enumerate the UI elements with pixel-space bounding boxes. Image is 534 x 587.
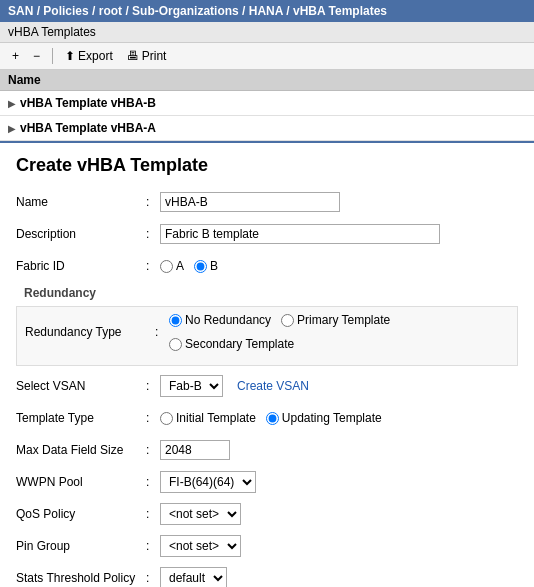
updating-template-option[interactable]: Updating Template: [266, 411, 382, 425]
stats-threshold-control: default: [160, 567, 518, 587]
max-data-input[interactable]: [160, 440, 230, 460]
no-redundancy-radio[interactable]: [169, 314, 182, 327]
qos-policy-label: QoS Policy: [16, 507, 146, 521]
pin-group-control: <not set>: [160, 535, 518, 557]
list-item-label: vHBA Template vHBA-B: [20, 96, 156, 110]
remove-button[interactable]: −: [29, 47, 44, 65]
fabric-a-radio[interactable]: [160, 260, 173, 273]
pin-group-label: Pin Group: [16, 539, 146, 553]
form-title: Create vHBA Template: [16, 155, 518, 176]
breadcrumb-current: vHBA Templates: [293, 4, 387, 18]
print-button[interactable]: 🖶 Print: [123, 47, 171, 65]
initial-template-radio[interactable]: [160, 412, 173, 425]
wwpn-pool-label: WWPN Pool: [16, 475, 146, 489]
wwpn-pool-select[interactable]: FI-B(64)(64): [160, 471, 256, 493]
pin-group-select[interactable]: <not set>: [160, 535, 241, 557]
max-data-row: Max Data Field Size :: [16, 438, 518, 462]
updating-template-radio[interactable]: [266, 412, 279, 425]
stats-threshold-select[interactable]: default: [160, 567, 227, 587]
description-row: Description :: [16, 222, 518, 246]
fabric-id-control: A B: [160, 259, 518, 273]
initial-template-option[interactable]: Initial Template: [160, 411, 256, 425]
fabric-b-radio[interactable]: [194, 260, 207, 273]
template-type-radio-group: Initial Template Updating Template: [160, 411, 518, 425]
export-icon: ⬆: [65, 49, 75, 63]
no-redundancy-option[interactable]: No Redundancy: [169, 313, 271, 327]
vsan-select[interactable]: Fab-B: [160, 375, 223, 397]
list-item[interactable]: ▶ vHBA Template vHBA-A: [0, 116, 534, 141]
fabric-a-option[interactable]: A: [160, 259, 184, 273]
name-input[interactable]: [160, 192, 340, 212]
select-vsan-label: Select VSAN: [16, 379, 146, 393]
breadcrumb-hana[interactable]: HANA: [249, 4, 283, 18]
description-input[interactable]: [160, 224, 440, 244]
list-header: Name: [0, 70, 534, 91]
toolbar-separator: [52, 48, 53, 64]
redundancy-type-label: Redundancy Type: [25, 325, 155, 339]
stats-threshold-row: Stats Threshold Policy : default: [16, 566, 518, 587]
qos-policy-row: QoS Policy : <not set>: [16, 502, 518, 526]
qos-policy-control: <not set>: [160, 503, 518, 525]
redundancy-section-label: Redundancy: [16, 286, 518, 300]
fabric-b-option[interactable]: B: [194, 259, 218, 273]
max-data-label: Max Data Field Size: [16, 443, 146, 457]
name-label: Name: [16, 195, 146, 209]
breadcrumb-sub-organizations[interactable]: Sub-Organizations: [132, 4, 239, 18]
page-title: vHBA Templates: [8, 25, 96, 39]
row-arrow-icon: ▶: [8, 123, 16, 134]
select-vsan-row: Select VSAN : Fab-B Create VSAN: [16, 374, 518, 398]
secondary-template-radio[interactable]: [169, 338, 182, 351]
breadcrumb-policies[interactable]: Policies: [43, 4, 88, 18]
breadcrumb-san[interactable]: SAN: [8, 4, 33, 18]
redundancy-section: Redundancy Type : No Redundancy Primary …: [16, 306, 518, 366]
wwpn-pool-control: FI-B(64)(64): [160, 471, 518, 493]
select-vsan-control: Fab-B Create VSAN: [160, 375, 518, 397]
create-vsan-link[interactable]: Create VSAN: [237, 379, 309, 393]
add-button[interactable]: +: [8, 47, 23, 65]
fabric-id-label: Fabric ID: [16, 259, 146, 273]
breadcrumb: SAN / Policies / root / Sub-Organization…: [0, 0, 534, 22]
export-button[interactable]: ⬆ Export: [61, 47, 117, 65]
qos-policy-select[interactable]: <not set>: [160, 503, 241, 525]
name-control: [160, 192, 518, 212]
fabric-id-radio-group: A B: [160, 259, 518, 273]
list-item[interactable]: ▶ vHBA Template vHBA-B: [0, 91, 534, 116]
redundancy-type-row: Redundancy Type : No Redundancy Primary …: [25, 313, 509, 351]
row-arrow-icon: ▶: [8, 98, 16, 109]
redundancy-type-control: No Redundancy Primary Template Secondary…: [169, 313, 509, 351]
template-type-row: Template Type : Initial Template Updatin…: [16, 406, 518, 430]
stats-threshold-label: Stats Threshold Policy: [16, 571, 146, 585]
fabric-id-row: Fabric ID : A B: [16, 254, 518, 278]
redundancy-type-radio-group: No Redundancy Primary Template Secondary…: [169, 313, 509, 351]
wwpn-pool-row: WWPN Pool : FI-B(64)(64): [16, 470, 518, 494]
form-panel: Create vHBA Template Name : Description …: [0, 141, 534, 587]
breadcrumb-root[interactable]: root: [99, 4, 122, 18]
template-type-control: Initial Template Updating Template: [160, 411, 518, 425]
secondary-template-option[interactable]: Secondary Template: [169, 337, 294, 351]
list-item-label: vHBA Template vHBA-A: [20, 121, 156, 135]
toolbar: + − ⬆ Export 🖶 Print: [0, 43, 534, 70]
primary-template-radio[interactable]: [281, 314, 294, 327]
max-data-control: [160, 440, 518, 460]
description-control: [160, 224, 518, 244]
print-icon: 🖶: [127, 49, 139, 63]
page-title-bar: vHBA Templates: [0, 22, 534, 43]
pin-group-row: Pin Group : <not set>: [16, 534, 518, 558]
template-type-label: Template Type: [16, 411, 146, 425]
primary-template-option[interactable]: Primary Template: [281, 313, 390, 327]
description-label: Description: [16, 227, 146, 241]
name-row: Name :: [16, 190, 518, 214]
